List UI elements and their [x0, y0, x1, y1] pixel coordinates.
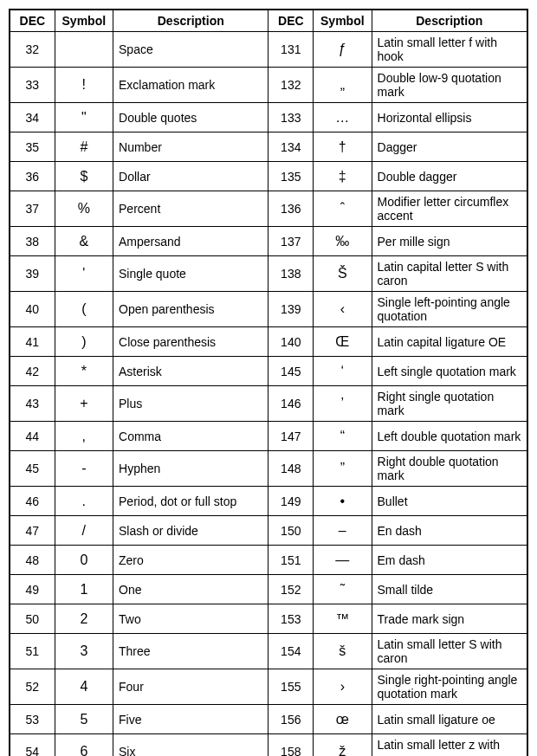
table-row: 524Four155›Single right-pointing angle q…: [10, 669, 527, 705]
cell-symbol: ‡: [314, 162, 372, 191]
cell-symbol: [55, 32, 113, 68]
cell-symbol: Š: [314, 256, 372, 292]
table-row: 33!Exclamation mark132„Double low-9 quot…: [10, 68, 527, 103]
cell-description: Comma: [113, 422, 268, 451]
cell-symbol: œ: [314, 705, 372, 734]
cell-dec: 46: [10, 487, 55, 516]
cell-symbol: 2: [55, 604, 113, 634]
cell-symbol: ‘: [314, 357, 372, 386]
cell-symbol: •: [314, 487, 372, 516]
cell-symbol: ": [55, 103, 113, 132]
table-row: 502Two153™Trade mark sign: [10, 604, 527, 634]
cell-dec: 52: [10, 669, 55, 705]
cell-description: Left single quotation mark: [372, 357, 527, 386]
header-description-right: Description: [372, 10, 527, 32]
cell-symbol: /: [55, 516, 113, 546]
cell-symbol: ‰: [314, 227, 372, 256]
cell-dec: 35: [10, 132, 55, 162]
table-row: 43+Plus146’Right single quotation mark: [10, 386, 527, 422]
cell-description: One: [113, 575, 268, 604]
cell-dec: 53: [10, 705, 55, 734]
cell-symbol: 5: [55, 705, 113, 734]
cell-description: Slash or divide: [113, 516, 268, 546]
cell-dec: 134: [268, 132, 314, 162]
cell-symbol: #: [55, 132, 113, 162]
table-row: 480Zero151—Em dash: [10, 546, 527, 575]
ascii-table: DEC Symbol Description DEC Symbol Descri…: [9, 9, 528, 756]
cell-description: Right single quotation mark: [372, 386, 527, 422]
cell-description: Per mille sign: [372, 227, 527, 256]
cell-dec: 155: [268, 669, 314, 705]
header-dec-left: DEC: [10, 10, 55, 32]
cell-description: Percent: [113, 191, 268, 227]
cell-symbol: 3: [55, 634, 113, 669]
cell-dec: 158: [268, 734, 314, 757]
cell-dec: 139: [268, 292, 314, 327]
cell-description: Six: [113, 734, 268, 757]
table-row: 546Six158žLatin small letter z with caro…: [10, 734, 527, 757]
cell-dec: 32: [10, 32, 55, 68]
cell-description: Em dash: [372, 546, 527, 575]
cell-symbol: –: [314, 516, 372, 546]
cell-dec: 146: [268, 386, 314, 422]
cell-dec: 47: [10, 516, 55, 546]
cell-symbol: -: [55, 451, 113, 487]
cell-dec: 156: [268, 705, 314, 734]
cell-description: Period, dot or full stop: [113, 487, 268, 516]
cell-dec: 42: [10, 357, 55, 386]
table-row: 45-Hyphen148”Right double quotation mark: [10, 451, 527, 487]
cell-dec: 50: [10, 604, 55, 634]
cell-description: Latin capital letter S with caron: [372, 256, 527, 292]
cell-dec: 149: [268, 487, 314, 516]
cell-symbol: —: [314, 546, 372, 575]
cell-dec: 136: [268, 191, 314, 227]
table-row: 35#Number134†Dagger: [10, 132, 527, 162]
cell-dec: 145: [268, 357, 314, 386]
cell-dec: 33: [10, 68, 55, 103]
cell-description: Double dagger: [372, 162, 527, 191]
cell-description: Single left-pointing angle quotation: [372, 292, 527, 327]
cell-dec: 44: [10, 422, 55, 451]
cell-dec: 152: [268, 575, 314, 604]
cell-description: Double quotes: [113, 103, 268, 132]
cell-dec: 147: [268, 422, 314, 451]
cell-dec: 153: [268, 604, 314, 634]
cell-description: Latin small letter z with caron: [372, 734, 527, 757]
cell-description: Latin small letter S with caron: [372, 634, 527, 669]
cell-dec: 49: [10, 575, 55, 604]
cell-description: En dash: [372, 516, 527, 546]
cell-dec: 34: [10, 103, 55, 132]
cell-description: Small tilde: [372, 575, 527, 604]
cell-dec: 38: [10, 227, 55, 256]
cell-dec: 151: [268, 546, 314, 575]
cell-dec: 40: [10, 292, 55, 327]
cell-dec: 45: [10, 451, 55, 487]
cell-symbol: ƒ: [314, 32, 372, 68]
table-row: 42*Asterisk145‘Left single quotation mar…: [10, 357, 527, 386]
table-row: 47/Slash or divide150–En dash: [10, 516, 527, 546]
table-row: 38&Ampersand137‰Per mille sign: [10, 227, 527, 256]
header-symbol-left: Symbol: [55, 10, 113, 32]
cell-description: Right double quotation mark: [372, 451, 527, 487]
cell-description: Space: [113, 32, 268, 68]
cell-description: Close parenthesis: [113, 327, 268, 357]
cell-symbol: 4: [55, 669, 113, 705]
cell-description: Left double quotation mark: [372, 422, 527, 451]
cell-symbol: %: [55, 191, 113, 227]
cell-dec: 39: [10, 256, 55, 292]
cell-symbol: ‹: [314, 292, 372, 327]
cell-dec: 132: [268, 68, 314, 103]
table-row: 491One152˜Small tilde: [10, 575, 527, 604]
cell-dec: 148: [268, 451, 314, 487]
cell-dec: 140: [268, 327, 314, 357]
cell-symbol: &: [55, 227, 113, 256]
cell-description: Single right-pointing angle quotation ma…: [372, 669, 527, 705]
cell-symbol: ž: [314, 734, 372, 757]
cell-dec: 150: [268, 516, 314, 546]
cell-symbol: š: [314, 634, 372, 669]
cell-symbol: ˜: [314, 575, 372, 604]
cell-description: Double low-9 quotation mark: [372, 68, 527, 103]
table-row: 513Three154šLatin small letter S with ca…: [10, 634, 527, 669]
cell-description: Exclamation mark: [113, 68, 268, 103]
cell-dec: 43: [10, 386, 55, 422]
